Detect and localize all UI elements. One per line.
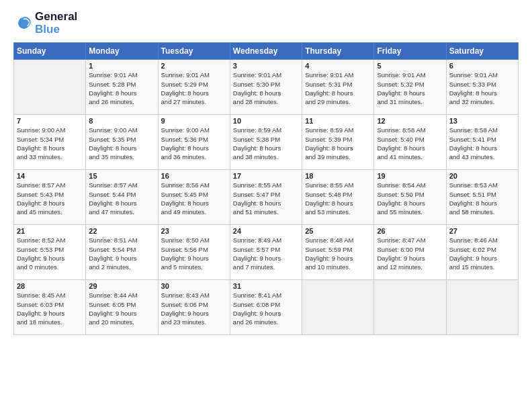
calendar-cell: [302, 280, 374, 335]
page: General Blue SundayMondayTuesdayWednesda…: [0, 0, 532, 411]
day-number: 11: [305, 117, 371, 125]
calendar-cell: 26Sunrise: 8:47 AMSunset: 6:00 PMDayligh…: [374, 225, 446, 280]
calendar-cell: 19Sunrise: 8:54 AMSunset: 5:50 PMDayligh…: [374, 170, 446, 225]
calendar-cell: 28Sunrise: 8:45 AMSunset: 6:03 PMDayligh…: [14, 280, 86, 335]
day-info: Sunrise: 8:54 AMSunset: 5:50 PMDaylight:…: [377, 181, 443, 216]
weekday-header-saturday: Saturday: [446, 43, 518, 60]
day-info: Sunrise: 8:59 AMSunset: 5:38 PMDaylight:…: [233, 126, 299, 161]
day-info: Sunrise: 8:53 AMSunset: 5:51 PMDaylight:…: [449, 181, 515, 216]
day-number: 24: [233, 227, 299, 235]
calendar-cell: 12Sunrise: 8:58 AMSunset: 5:40 PMDayligh…: [374, 115, 446, 170]
day-info: Sunrise: 8:55 AMSunset: 5:48 PMDaylight:…: [305, 181, 371, 216]
day-number: 15: [89, 172, 154, 180]
day-number: 22: [89, 227, 154, 235]
calendar-cell: 4Sunrise: 9:01 AMSunset: 5:31 PMDaylight…: [302, 60, 374, 115]
calendar-cell: [14, 60, 86, 115]
day-number: 17: [233, 172, 299, 180]
day-number: 6: [449, 62, 515, 70]
day-info: Sunrise: 8:45 AMSunset: 6:03 PMDaylight:…: [17, 291, 83, 326]
day-number: 28: [17, 282, 83, 290]
calendar-cell: 2Sunrise: 9:01 AMSunset: 5:29 PMDaylight…: [158, 60, 230, 115]
day-info: Sunrise: 8:56 AMSunset: 5:45 PMDaylight:…: [161, 181, 227, 216]
day-number: 14: [17, 172, 83, 180]
header: General Blue: [13, 11, 519, 36]
logo-icon: [13, 14, 32, 33]
day-info: Sunrise: 9:00 AMSunset: 5:34 PMDaylight:…: [17, 126, 83, 161]
weekday-header-monday: Monday: [86, 43, 158, 60]
week-row-3: 14Sunrise: 8:57 AMSunset: 5:43 PMDayligh…: [14, 170, 519, 225]
calendar: SundayMondayTuesdayWednesdayThursdayFrid…: [13, 42, 519, 335]
day-number: 21: [17, 227, 83, 235]
day-info: Sunrise: 9:01 AMSunset: 5:29 PMDaylight:…: [161, 71, 227, 106]
day-number: 13: [449, 117, 515, 125]
calendar-cell: 7Sunrise: 9:00 AMSunset: 5:34 PMDaylight…: [14, 115, 86, 170]
day-info: Sunrise: 8:44 AMSunset: 6:05 PMDaylight:…: [89, 291, 154, 326]
calendar-cell: 25Sunrise: 8:48 AMSunset: 5:59 PMDayligh…: [302, 225, 374, 280]
day-info: Sunrise: 8:58 AMSunset: 5:41 PMDaylight:…: [449, 126, 515, 161]
day-number: 3: [233, 62, 299, 70]
weekday-header-thursday: Thursday: [302, 43, 374, 60]
calendar-cell: 17Sunrise: 8:55 AMSunset: 5:47 PMDayligh…: [230, 170, 302, 225]
calendar-cell: 5Sunrise: 9:01 AMSunset: 5:32 PMDaylight…: [374, 60, 446, 115]
day-info: Sunrise: 8:43 AMSunset: 6:06 PMDaylight:…: [161, 291, 227, 326]
day-info: Sunrise: 9:01 AMSunset: 5:28 PMDaylight:…: [89, 71, 154, 106]
week-row-2: 7Sunrise: 9:00 AMSunset: 5:34 PMDaylight…: [14, 115, 519, 170]
day-number: 23: [161, 227, 227, 235]
day-info: Sunrise: 8:41 AMSunset: 6:08 PMDaylight:…: [233, 291, 299, 326]
weekday-header-row: SundayMondayTuesdayWednesdayThursdayFrid…: [14, 43, 519, 60]
calendar-cell: 9Sunrise: 9:00 AMSunset: 5:36 PMDaylight…: [158, 115, 230, 170]
day-number: 12: [377, 117, 443, 125]
day-number: 16: [161, 172, 227, 180]
calendar-cell: 22Sunrise: 8:51 AMSunset: 5:54 PMDayligh…: [86, 225, 158, 280]
calendar-cell: 20Sunrise: 8:53 AMSunset: 5:51 PMDayligh…: [446, 170, 518, 225]
day-number: 25: [305, 227, 371, 235]
logo: General Blue: [13, 11, 77, 36]
day-info: Sunrise: 8:47 AMSunset: 6:00 PMDaylight:…: [377, 236, 443, 271]
day-number: 29: [89, 282, 154, 290]
day-number: 18: [305, 172, 371, 180]
day-number: 7: [17, 117, 83, 125]
day-number: 8: [89, 117, 154, 125]
day-number: 27: [449, 227, 515, 235]
calendar-cell: 21Sunrise: 8:52 AMSunset: 5:53 PMDayligh…: [14, 225, 86, 280]
calendar-cell: 23Sunrise: 8:50 AMSunset: 5:56 PMDayligh…: [158, 225, 230, 280]
week-row-1: 1Sunrise: 9:01 AMSunset: 5:28 PMDaylight…: [14, 60, 519, 115]
week-row-5: 28Sunrise: 8:45 AMSunset: 6:03 PMDayligh…: [14, 280, 519, 335]
calendar-cell: 1Sunrise: 9:01 AMSunset: 5:28 PMDaylight…: [86, 60, 158, 115]
day-info: Sunrise: 9:00 AMSunset: 5:36 PMDaylight:…: [161, 126, 227, 161]
weekday-header-friday: Friday: [374, 43, 446, 60]
day-number: 9: [161, 117, 227, 125]
day-number: 20: [449, 172, 515, 180]
day-info: Sunrise: 8:57 AMSunset: 5:44 PMDaylight:…: [89, 181, 154, 216]
day-info: Sunrise: 8:52 AMSunset: 5:53 PMDaylight:…: [17, 236, 83, 271]
calendar-cell: 29Sunrise: 8:44 AMSunset: 6:05 PMDayligh…: [86, 280, 158, 335]
day-number: 4: [305, 62, 371, 70]
day-number: 5: [377, 62, 443, 70]
day-info: Sunrise: 8:46 AMSunset: 6:02 PMDaylight:…: [449, 236, 515, 271]
day-info: Sunrise: 8:57 AMSunset: 5:43 PMDaylight:…: [17, 181, 83, 216]
calendar-cell: 6Sunrise: 9:01 AMSunset: 5:33 PMDaylight…: [446, 60, 518, 115]
calendar-cell: 24Sunrise: 8:49 AMSunset: 5:57 PMDayligh…: [230, 225, 302, 280]
calendar-cell: 30Sunrise: 8:43 AMSunset: 6:06 PMDayligh…: [158, 280, 230, 335]
calendar-cell: 10Sunrise: 8:59 AMSunset: 5:38 PMDayligh…: [230, 115, 302, 170]
day-info: Sunrise: 8:55 AMSunset: 5:47 PMDaylight:…: [233, 181, 299, 216]
calendar-cell: 15Sunrise: 8:57 AMSunset: 5:44 PMDayligh…: [86, 170, 158, 225]
day-info: Sunrise: 9:01 AMSunset: 5:31 PMDaylight:…: [305, 71, 371, 106]
calendar-cell: 31Sunrise: 8:41 AMSunset: 6:08 PMDayligh…: [230, 280, 302, 335]
calendar-cell: 8Sunrise: 9:00 AMSunset: 5:35 PMDaylight…: [86, 115, 158, 170]
day-info: Sunrise: 8:50 AMSunset: 5:56 PMDaylight:…: [161, 236, 227, 271]
day-number: 31: [233, 282, 299, 290]
calendar-cell: 16Sunrise: 8:56 AMSunset: 5:45 PMDayligh…: [158, 170, 230, 225]
day-info: Sunrise: 9:01 AMSunset: 5:33 PMDaylight:…: [449, 71, 515, 106]
day-info: Sunrise: 9:00 AMSunset: 5:35 PMDaylight:…: [89, 126, 154, 161]
day-info: Sunrise: 8:51 AMSunset: 5:54 PMDaylight:…: [89, 236, 154, 271]
day-info: Sunrise: 8:59 AMSunset: 5:39 PMDaylight:…: [305, 126, 371, 161]
day-info: Sunrise: 9:01 AMSunset: 5:30 PMDaylight:…: [233, 71, 299, 106]
day-info: Sunrise: 9:01 AMSunset: 5:32 PMDaylight:…: [377, 71, 443, 106]
weekday-header-sunday: Sunday: [14, 43, 86, 60]
weekday-header-tuesday: Tuesday: [158, 43, 230, 60]
calendar-cell: 11Sunrise: 8:59 AMSunset: 5:39 PMDayligh…: [302, 115, 374, 170]
day-number: 2: [161, 62, 227, 70]
day-number: 19: [377, 172, 443, 180]
calendar-cell: 14Sunrise: 8:57 AMSunset: 5:43 PMDayligh…: [14, 170, 86, 225]
